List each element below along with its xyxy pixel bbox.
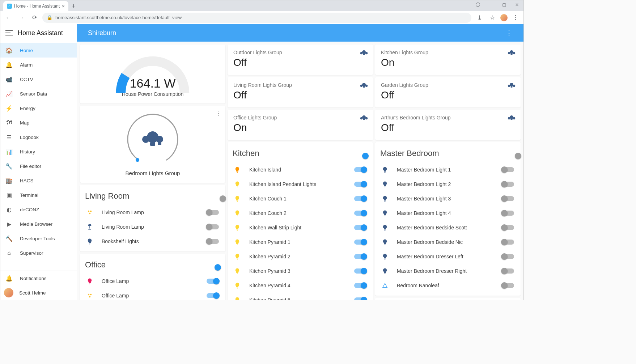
entity-toggle[interactable]	[354, 268, 366, 274]
chrome-window: ⌂ Home - Home Assistant × + — ▢ ✕ ← → ⟳ …	[0, 0, 524, 300]
sidebar-item-logbook[interactable]: ☰Logbook	[0, 130, 77, 144]
new-tab-button[interactable]: +	[68, 1, 79, 11]
entity-toggle[interactable]	[502, 167, 514, 172]
group-title: Office Lights Group	[233, 115, 367, 120]
entity-toggle[interactable]	[354, 182, 366, 187]
entity-toggle[interactable]	[502, 283, 514, 288]
entity-toggle[interactable]	[502, 268, 514, 274]
kitchen-card: Kitchen Kitchen IslandKitchen Island Pen…	[228, 142, 373, 300]
gauge-card[interactable]: 164.1 W House Power Consumption	[80, 45, 225, 103]
nav-label: Media Browser	[20, 221, 52, 227]
close-button[interactable]: ✕	[510, 0, 523, 9]
entity-toggle[interactable]	[207, 239, 219, 244]
sidebar-item-alarm[interactable]: 🔔Alarm	[0, 58, 77, 72]
account-indicator[interactable]	[471, 0, 484, 9]
entity-toggle[interactable]	[354, 240, 366, 245]
topbar-more-icon[interactable]: ⋮	[505, 29, 513, 37]
sidebar-item-supervisor[interactable]: ⌂Supervisor	[0, 246, 77, 260]
sidebar-item-sensor-data[interactable]: 📈Sensor Data	[0, 86, 77, 101]
group-card[interactable]: Garden Lights GroupOff	[375, 77, 521, 107]
nav-label: Logbook	[20, 135, 39, 140]
entity-toggle[interactable]	[354, 254, 366, 259]
sidebar-item-cctv[interactable]: 📹CCTV	[0, 72, 77, 86]
entity-toggle[interactable]	[354, 297, 366, 300]
sidebar-item-terminal[interactable]: ▣Terminal	[0, 188, 77, 202]
entity-row: Master Bedroom Bedside Nic	[380, 235, 516, 249]
logbook-icon: ☰	[5, 134, 13, 141]
entity-name: Kitchen Pyramid 2	[249, 254, 348, 259]
sidebar-item-developer-tools[interactable]: 🔨Developer Tools	[0, 231, 77, 246]
maximize-button[interactable]: ▢	[497, 0, 510, 9]
sidebar-item-home[interactable]: 🏠Home	[0, 43, 77, 58]
entity-toggle[interactable]	[207, 224, 219, 229]
entity-toggle[interactable]	[502, 211, 514, 216]
sidebar-item-hacs[interactable]: 🏬HACS	[0, 173, 77, 188]
circle-label: Bedroom Lights Group	[85, 170, 220, 176]
group-state: On	[381, 57, 515, 68]
reload-button[interactable]: ⟳	[29, 13, 39, 23]
profile-avatar[interactable]	[500, 14, 508, 21]
sidebar-item-energy[interactable]: ⚡Energy	[0, 101, 77, 115]
svg-point-11	[88, 294, 90, 296]
entity-name: Bedroom Nanoleaf	[397, 283, 495, 288]
back-button[interactable]: ←	[3, 13, 13, 23]
entity-toggle[interactable]	[502, 196, 514, 201]
group-state: Off	[233, 89, 367, 101]
entity-name: Kitchen Couch 1	[249, 196, 348, 202]
user-avatar-icon	[4, 288, 13, 297]
entity-toggle[interactable]	[354, 167, 366, 172]
entity-name: Kitchen Wall Strip Light	[249, 225, 348, 230]
sidebar-item-deconz[interactable]: ◐deCONZ	[0, 202, 77, 217]
entity-name: Office Lamp	[102, 278, 200, 284]
hamburger-icon[interactable]	[5, 30, 13, 35]
address-bar[interactable]: 🔒 homeassistant.scotthelme.co.uk/lovelac…	[42, 13, 471, 23]
bedroom-group-card[interactable]: ⋮ Bedroom Lights Group	[80, 106, 225, 183]
titlebar: ⌂ Home - Home Assistant × + — ▢ ✕	[0, 0, 523, 11]
sidebar-user[interactable]: Scott Helme	[0, 285, 77, 300]
minimize-button[interactable]: —	[484, 0, 497, 9]
svg-point-8	[88, 211, 90, 212]
tab-title: Home - Home Assistant	[14, 4, 60, 9]
entity-row: Master Bedroom Light 4	[380, 206, 516, 220]
entity-row: Kitchen Island Pendant Lights	[233, 177, 368, 191]
tab-close-icon[interactable]: ×	[62, 3, 65, 9]
entity-toggle[interactable]	[207, 210, 219, 215]
group-card[interactable]: Arthur's Bedroom Lights GroupOff	[375, 110, 521, 140]
install-icon[interactable]: ⤓	[474, 13, 484, 23]
card-title: Office	[85, 260, 106, 270]
lightbulb-group-icon	[508, 115, 516, 122]
master-bedroom-card: Master Bedroom Master Bedroom Light 1Mas…	[375, 142, 521, 296]
forward-button[interactable]: →	[16, 13, 26, 23]
entity-toggle[interactable]	[354, 211, 366, 216]
chrome-menu-icon[interactable]: ⋮	[510, 13, 521, 23]
sidebar-item-map[interactable]: 🗺Map	[0, 115, 77, 130]
hacs-icon: 🏬	[5, 177, 13, 184]
svg-rect-7	[158, 142, 161, 145]
entity-toggle[interactable]	[207, 279, 219, 284]
sidebar-item-history[interactable]: 📊History	[0, 144, 77, 159]
entity-toggle[interactable]	[354, 196, 366, 201]
browser-tab[interactable]: ⌂ Home - Home Assistant ×	[3, 1, 68, 11]
column-3: Kitchen Lights GroupOnGarden Lights Grou…	[375, 45, 521, 300]
entity-toggle[interactable]	[502, 254, 514, 259]
entity-toggle[interactable]	[502, 240, 514, 245]
entity-toggle[interactable]	[207, 293, 219, 298]
card-more-icon[interactable]: ⋮	[215, 109, 222, 117]
entity-row: Kitchen Pyramid 4	[233, 278, 368, 293]
group-card[interactable]: Kitchen Lights GroupOn	[375, 45, 521, 75]
media-icon: ▶	[5, 221, 13, 228]
bookmark-icon[interactable]: ☆	[487, 13, 497, 23]
entity-toggle[interactable]	[354, 283, 366, 288]
sidebar-item-notifications[interactable]: 🔔 Notifications	[0, 271, 77, 285]
deconz-icon: ◐	[5, 206, 13, 213]
entity-toggle[interactable]	[502, 225, 514, 230]
group-card[interactable]: Outdoor Lights GroupOff	[228, 45, 373, 75]
triangle-icon	[382, 282, 390, 289]
svg-point-26	[510, 50, 513, 54]
sidebar-item-media-browser[interactable]: ▶Media Browser	[0, 217, 77, 231]
sidebar-item-file-editor[interactable]: 🔧File editor	[0, 159, 77, 173]
entity-toggle[interactable]	[354, 225, 366, 230]
group-card[interactable]: Living Room Lights GroupOff	[228, 77, 373, 107]
entity-toggle[interactable]	[502, 182, 514, 187]
group-card[interactable]: Office Lights GroupOn	[228, 110, 373, 140]
